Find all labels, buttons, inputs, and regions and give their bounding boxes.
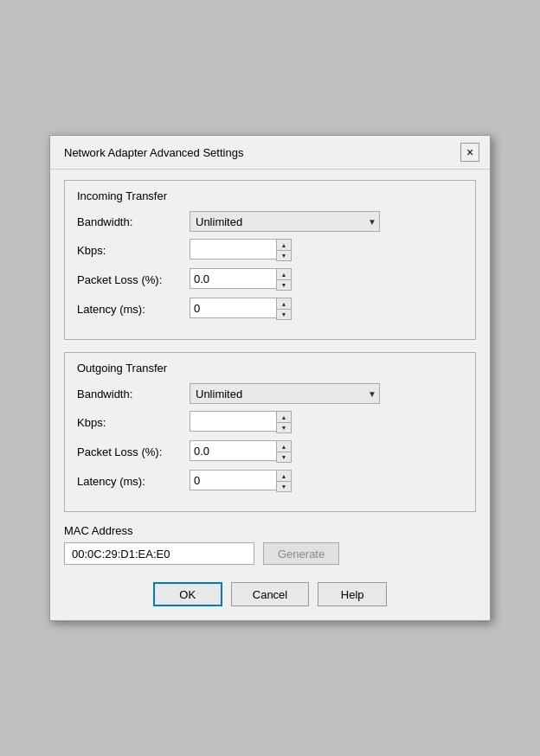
incoming-bandwidth-row: Bandwidth: Unlimited Custom ▼ [77, 211, 463, 232]
help-button[interactable]: Help [318, 582, 387, 606]
ok-button[interactable]: OK [153, 582, 222, 606]
incoming-packet-loss-up[interactable]: ▲ [277, 269, 291, 279]
incoming-packet-loss-down[interactable]: ▼ [277, 279, 291, 290]
outgoing-legend: Outgoing Transfer [77, 362, 463, 375]
incoming-latency-up[interactable]: ▲ [277, 298, 291, 309]
outgoing-packet-loss-down[interactable]: ▼ [277, 452, 291, 462]
outgoing-packet-loss-up[interactable]: ▲ [277, 441, 291, 452]
incoming-latency-down[interactable]: ▼ [277, 309, 291, 319]
outgoing-kbps-up[interactable]: ▲ [277, 412, 291, 422]
incoming-kbps-row: Kbps: ▲ ▼ [77, 239, 463, 261]
outgoing-kbps-down[interactable]: ▼ [277, 422, 291, 432]
incoming-kbps-label: Kbps: [77, 244, 190, 257]
outgoing-packet-loss-label: Packet Loss (%): [77, 445, 190, 458]
outgoing-bandwidth-select-wrapper[interactable]: Unlimited Custom ▼ [190, 383, 380, 404]
mac-row: Generate [64, 542, 476, 565]
incoming-packet-loss-label: Packet Loss (%): [77, 273, 190, 286]
mac-input[interactable] [64, 542, 254, 565]
dialog: Network Adapter Advanced Settings × Inco… [49, 135, 491, 621]
incoming-packet-loss-row: Packet Loss (%): ▲ ▼ [77, 268, 463, 291]
outgoing-latency-up[interactable]: ▲ [277, 471, 291, 481]
incoming-packet-loss-input[interactable] [190, 268, 276, 289]
incoming-legend: Incoming Transfer [77, 189, 463, 202]
incoming-latency-spinner: ▲ ▼ [190, 298, 292, 320]
incoming-kbps-spinner: ▲ ▼ [190, 239, 292, 261]
outgoing-packet-loss-row: Packet Loss (%): ▲ ▼ [77, 440, 463, 463]
incoming-bandwidth-label: Bandwidth: [77, 215, 190, 228]
incoming-kbps-input[interactable] [190, 239, 276, 259]
incoming-packet-loss-buttons: ▲ ▼ [276, 268, 292, 291]
outgoing-kbps-row: Kbps: ▲ ▼ [77, 411, 463, 433]
outgoing-packet-loss-input[interactable] [190, 440, 276, 461]
incoming-latency-input[interactable] [190, 298, 276, 318]
incoming-transfer-section: Incoming Transfer Bandwidth: Unlimited C… [64, 180, 476, 340]
outgoing-latency-down[interactable]: ▼ [277, 481, 291, 491]
outgoing-latency-buttons: ▲ ▼ [276, 470, 292, 492]
outgoing-kbps-label: Kbps: [77, 416, 190, 429]
outgoing-latency-spinner: ▲ ▼ [190, 470, 292, 492]
dialog-body: Incoming Transfer Bandwidth: Unlimited C… [50, 170, 490, 620]
close-button[interactable]: × [460, 143, 479, 162]
incoming-packet-loss-spinner: ▲ ▼ [190, 268, 292, 291]
mac-address-section: MAC Address Generate [64, 524, 476, 565]
incoming-bandwidth-select[interactable]: Unlimited Custom [190, 211, 380, 232]
incoming-kbps-down[interactable]: ▼ [277, 250, 291, 260]
incoming-bandwidth-select-wrapper[interactable]: Unlimited Custom ▼ [190, 211, 380, 232]
title-bar: Network Adapter Advanced Settings × [50, 136, 490, 170]
outgoing-bandwidth-label: Bandwidth: [77, 388, 190, 400]
cancel-button[interactable]: Cancel [231, 582, 309, 606]
incoming-latency-row: Latency (ms): ▲ ▼ [77, 298, 463, 320]
incoming-kbps-buttons: ▲ ▼ [276, 239, 292, 261]
outgoing-latency-input[interactable] [190, 470, 276, 490]
outgoing-kbps-input[interactable] [190, 411, 276, 432]
outgoing-kbps-buttons: ▲ ▼ [276, 411, 292, 433]
incoming-latency-buttons: ▲ ▼ [276, 298, 292, 320]
incoming-kbps-up[interactable]: ▲ [277, 240, 291, 250]
incoming-latency-label: Latency (ms): [77, 303, 190, 316]
outgoing-packet-loss-spinner: ▲ ▼ [190, 440, 292, 463]
mac-label: MAC Address [64, 524, 476, 537]
outgoing-bandwidth-row: Bandwidth: Unlimited Custom ▼ [77, 383, 463, 404]
outgoing-packet-loss-buttons: ▲ ▼ [276, 440, 292, 463]
outgoing-latency-row: Latency (ms): ▲ ▼ [77, 470, 463, 492]
outgoing-latency-label: Latency (ms): [77, 475, 190, 488]
outgoing-bandwidth-select[interactable]: Unlimited Custom [190, 383, 380, 404]
outgoing-transfer-section: Outgoing Transfer Bandwidth: Unlimited C… [64, 352, 476, 512]
button-row: OK Cancel Help [64, 579, 476, 606]
dialog-title: Network Adapter Advanced Settings [64, 146, 243, 159]
outgoing-kbps-spinner: ▲ ▼ [190, 411, 292, 433]
generate-button[interactable]: Generate [263, 542, 339, 565]
